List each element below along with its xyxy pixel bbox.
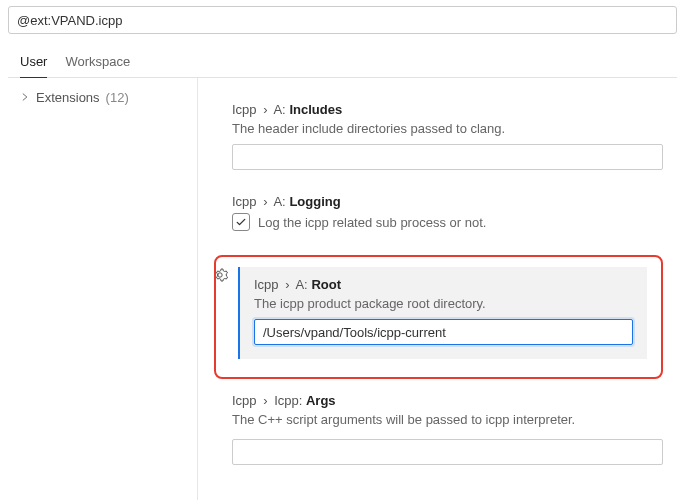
- setting-title: Icpp › Icpp: Args: [232, 393, 663, 408]
- setting-icpp-a-logging: Icpp › A: Logging Log the icpp related s…: [232, 194, 663, 231]
- setting-icpp-a-includes: Icpp › A: Includes The header include di…: [232, 102, 663, 170]
- search-text: @ext:VPAND.icpp: [17, 13, 122, 28]
- setting-description: The header include directories passed to…: [232, 121, 663, 136]
- setting-icpp-icpp-args: Icpp › Icpp: Args The C++ script argumen…: [232, 393, 663, 465]
- root-input[interactable]: [254, 319, 633, 345]
- tab-workspace[interactable]: Workspace: [65, 48, 130, 77]
- gear-icon[interactable]: [212, 267, 228, 283]
- sidebar-item-label: Extensions: [36, 90, 100, 105]
- setting-title: Icpp › A: Logging: [232, 194, 663, 209]
- setting-description: The icpp product package root directory.: [254, 296, 633, 311]
- setting-title: Icpp › A: Includes: [232, 102, 663, 117]
- settings-scope-tabs: User Workspace: [8, 48, 677, 78]
- setting-icpp-a-root-highlight: Icpp › A: Root The icpp product package …: [214, 255, 663, 379]
- setting-description: Log the icpp related sub process or not.: [258, 215, 486, 230]
- tab-workspace-label: Workspace: [65, 54, 130, 69]
- tab-user-label: User: [20, 54, 47, 69]
- settings-sidebar: Extensions (12): [8, 78, 198, 500]
- sidebar-item-count: (12): [106, 90, 129, 105]
- settings-content: Icpp › A: Includes The header include di…: [198, 78, 677, 500]
- chevron-right-icon: [20, 91, 30, 105]
- includes-input[interactable]: [232, 144, 663, 170]
- setting-icpp-a-root: Icpp › A: Root The icpp product package …: [238, 267, 647, 359]
- tab-user[interactable]: User: [20, 48, 47, 77]
- sidebar-item-extensions[interactable]: Extensions (12): [20, 88, 189, 107]
- logging-checkbox[interactable]: [232, 213, 250, 231]
- setting-title: Icpp › A: Root: [254, 277, 633, 292]
- args-input[interactable]: [232, 439, 663, 465]
- settings-search-input[interactable]: @ext:VPAND.icpp: [8, 6, 677, 34]
- setting-description: The C++ script arguments will be passed …: [232, 412, 663, 427]
